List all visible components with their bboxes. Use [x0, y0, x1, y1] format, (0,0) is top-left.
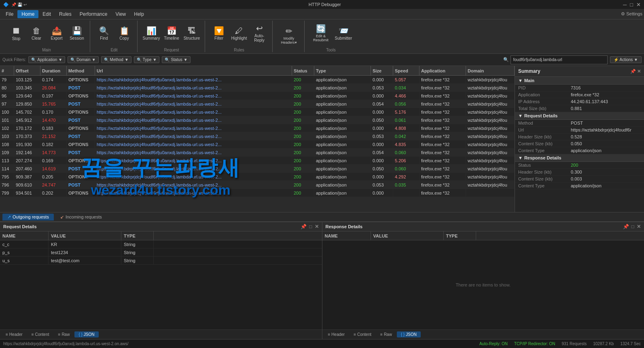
response-tab-raw[interactable]: ≡ Raw: [376, 331, 396, 337]
table-row[interactable]: 109 192.146 14.773 POST https://wztahkbd…: [0, 149, 515, 157]
find-button[interactable]: 🔍 Find: [94, 22, 114, 45]
td-duration: 0.202: [40, 189, 67, 197]
summary-section-main[interactable]: ▼ Main: [515, 77, 644, 85]
table-row[interactable]: 97 129.850 15.765 POST https://wztahkbdr…: [0, 100, 515, 108]
export-button[interactable]: 📤 Export: [47, 22, 66, 45]
request-tab-raw[interactable]: ≡ Raw: [54, 331, 74, 337]
autoreply-button[interactable]: ↩ Auto-Reply: [250, 22, 269, 45]
table-row[interactable]: 96 129.640 0.197 OPTIONS https://wztahkb…: [0, 92, 515, 100]
menu-file[interactable]: File: [2, 10, 17, 18]
request-pane-row[interactable]: c_c KR String: [0, 240, 322, 248]
title-bar: 🔷 📌 💾 ↩ HTTP Debugger ─ □ ✕: [0, 0, 644, 9]
filter-button[interactable]: 🔽 Filter: [209, 22, 229, 45]
td-method: POST: [67, 149, 95, 156]
modifyheaders-button[interactable]: ✏ ModifyHeaders▾: [277, 24, 301, 47]
filter-method[interactable]: 🔍 Method ▼: [101, 56, 131, 63]
copy-button[interactable]: 📋 Copy: [114, 22, 134, 45]
req-raw-icon: ≡: [58, 332, 61, 337]
clear-button[interactable]: 🗑 Clear: [27, 22, 46, 45]
tab-incoming[interactable]: ↙ Incoming requests: [55, 214, 107, 221]
actions-button[interactable]: ⚡ Actions ▼: [610, 56, 642, 63]
table-row[interactable]: 100 145.702 0.170 OPTIONS https://wztahk…: [0, 108, 515, 116]
submitter-button[interactable]: 📨 Submitter: [334, 22, 353, 45]
filter-domain[interactable]: 🔍 Domain ▼: [68, 56, 98, 63]
table-row[interactable]: 114 207.460 14.619 POST https://wztahkbd…: [0, 165, 515, 173]
col-header-size[interactable]: Size: [371, 66, 393, 75]
filter-type[interactable]: 🔍 Type ▼: [134, 56, 160, 63]
table-row[interactable]: 108 191.930 0.182 OPTIONS https://wztahk…: [0, 140, 515, 149]
tab-outgoing[interactable]: ↗ Outgoing requests: [2, 214, 54, 221]
col-header-url[interactable]: Url: [95, 66, 292, 75]
filter-application[interactable]: 🔍 Application ▼: [28, 56, 65, 63]
summary-row-resp-content-size: Content Size (kb) 0.003: [515, 176, 644, 182]
td-num: 108: [0, 140, 14, 148]
request-pane-maximize[interactable]: □: [309, 224, 312, 229]
col-header-status[interactable]: Status: [292, 66, 314, 75]
td-duration: 0.169: [40, 157, 67, 164]
menu-performance[interactable]: Performance: [76, 10, 112, 18]
table-row[interactable]: 102 170.172 0.183 OPTIONS https://wztahk…: [0, 124, 515, 132]
req-content-label: Content: [35, 332, 49, 337]
summary-key-content-type: Content Type: [518, 148, 571, 153]
request-pane-row[interactable]: p_s test1234 String: [0, 248, 322, 257]
request-tab-content[interactable]: ≡ Content: [28, 331, 53, 337]
table-row[interactable]: 799 934.501 0.202 OPTIONS https://wztahk…: [0, 189, 515, 197]
table-row[interactable]: 795 909.387 0.205 OPTIONS https://wztahk…: [0, 173, 515, 181]
menu-help[interactable]: Help: [130, 10, 148, 18]
response-pane-pin[interactable]: 📌: [623, 224, 629, 229]
restore-button[interactable]: □: [630, 2, 633, 8]
col-header-duration[interactable]: Duration: [40, 66, 67, 75]
resp-raw-label: Raw: [384, 332, 392, 337]
search-input[interactable]: [511, 55, 608, 64]
col-header-method[interactable]: Method: [67, 66, 95, 75]
table-row[interactable]: 796 909.610 24.747 POST https://wztahkbd…: [0, 181, 515, 189]
request-pane-close[interactable]: ✕: [315, 224, 319, 229]
highlight-button[interactable]: 🖊 Highlight: [229, 22, 249, 45]
session-button[interactable]: 💾 Session: [67, 22, 87, 45]
settings-button[interactable]: ⚙ Settings: [621, 11, 642, 17]
summary-section-response[interactable]: ▼ Response Details: [515, 154, 644, 162]
menu-home[interactable]: Home: [17, 10, 38, 18]
response-tab-content[interactable]: ≡ Content: [350, 331, 375, 337]
request-pane-pin[interactable]: 📌: [301, 224, 307, 229]
req-header-label: Header: [9, 332, 23, 337]
summary-button[interactable]: 📊 Summary: [142, 22, 161, 45]
table-row[interactable]: 79 103.125 0.174 OPTIONS https://wztahkb…: [0, 76, 515, 84]
col-header-app[interactable]: Application: [419, 66, 466, 75]
request-tab-json[interactable]: { } JSON: [74, 331, 98, 337]
td-app: firefox.exe *32: [419, 181, 466, 189]
col-header-domain[interactable]: Domain: [466, 66, 515, 75]
col-header-type[interactable]: Type: [314, 66, 371, 75]
summary-pin-icon[interactable]: 📌 ✕: [630, 69, 641, 74]
table-row[interactable]: 103 170.373 21.152 POST https://wztahkbd…: [0, 132, 515, 140]
toolbar-rules-buttons: 🔽 Filter 🖊 Highlight ↩ Auto-Reply: [209, 21, 269, 46]
response-pane-close[interactable]: ✕: [637, 224, 641, 229]
response-pane-maximize[interactable]: □: [631, 224, 634, 229]
stop-button[interactable]: ⏹ Stop: [6, 22, 26, 45]
summary-section-request[interactable]: ▼ Request Details: [515, 112, 644, 120]
table-row[interactable]: 113 207.274 0.169 OPTIONS https://wztahk…: [0, 157, 515, 165]
td-domain: wztahkbdrprjdcj4fou: [466, 140, 515, 148]
timeline-button[interactable]: 📅 Timeline: [162, 22, 181, 45]
table-row[interactable]: 101 145.912 14.470 POST https://wztahkbd…: [0, 116, 515, 124]
menu-view[interactable]: View: [111, 10, 130, 18]
request-tab-header[interactable]: ≡ Header: [2, 331, 27, 337]
request-pane-row[interactable]: u_s test@test.com String: [0, 257, 322, 265]
td-app: firefox.exe *32: [419, 157, 466, 164]
col-header-offset[interactable]: Offset: [14, 66, 40, 75]
summary-key-url: Url: [518, 127, 571, 132]
menu-edit[interactable]: Edit: [38, 10, 55, 18]
close-button[interactable]: ✕: [636, 2, 641, 8]
col-header-num[interactable]: #: [0, 66, 14, 75]
menu-rules[interactable]: Rules: [55, 10, 76, 18]
editresubmit-button[interactable]: 🔄 Edit &Resubmit: [309, 22, 333, 45]
filter-label: Filter: [214, 36, 223, 40]
td-offset: 145.912: [14, 116, 40, 124]
response-tab-json[interactable]: { } JSON: [397, 331, 421, 337]
filter-status[interactable]: 🔍 Status ▼: [162, 56, 190, 63]
response-tab-header[interactable]: ≡ Header: [324, 331, 349, 337]
col-header-speed[interactable]: Speed: [393, 66, 419, 75]
structure-button[interactable]: 🏗 Structure: [182, 22, 201, 45]
table-row[interactable]: 80 103.345 26.084 POST https://wztahkbdr…: [0, 84, 515, 92]
minimize-button[interactable]: ─: [623, 2, 627, 8]
